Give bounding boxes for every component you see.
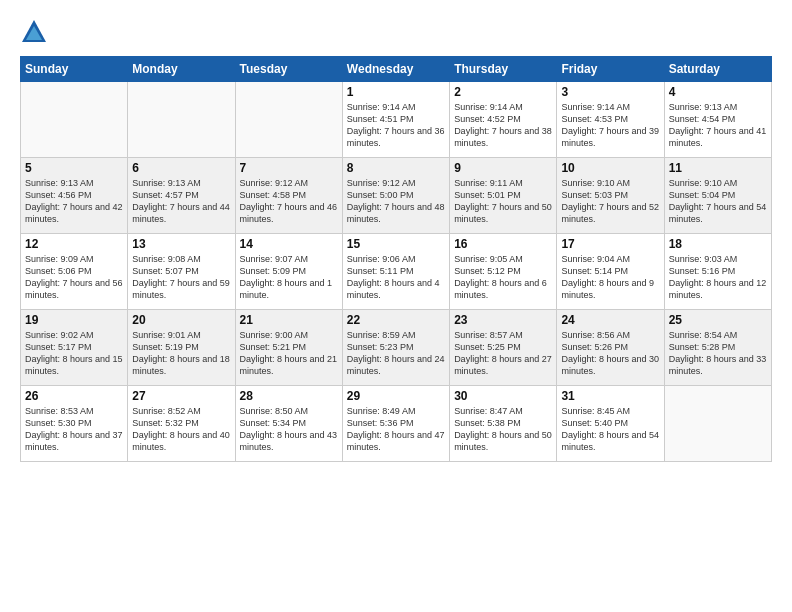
day-info: Sunrise: 9:09 AM Sunset: 5:06 PM Dayligh… bbox=[25, 253, 123, 302]
calendar-cell: 27Sunrise: 8:52 AM Sunset: 5:32 PM Dayli… bbox=[128, 386, 235, 462]
weekday-header-tuesday: Tuesday bbox=[235, 57, 342, 82]
logo-icon bbox=[20, 18, 48, 46]
day-number: 2 bbox=[454, 85, 552, 99]
day-number: 5 bbox=[25, 161, 123, 175]
day-number: 1 bbox=[347, 85, 445, 99]
calendar-cell bbox=[235, 82, 342, 158]
day-info: Sunrise: 8:45 AM Sunset: 5:40 PM Dayligh… bbox=[561, 405, 659, 454]
day-info: Sunrise: 8:54 AM Sunset: 5:28 PM Dayligh… bbox=[669, 329, 767, 378]
day-info: Sunrise: 8:57 AM Sunset: 5:25 PM Dayligh… bbox=[454, 329, 552, 378]
day-number: 23 bbox=[454, 313, 552, 327]
calendar-cell bbox=[128, 82, 235, 158]
day-info: Sunrise: 8:49 AM Sunset: 5:36 PM Dayligh… bbox=[347, 405, 445, 454]
calendar-cell: 17Sunrise: 9:04 AM Sunset: 5:14 PM Dayli… bbox=[557, 234, 664, 310]
calendar-cell: 19Sunrise: 9:02 AM Sunset: 5:17 PM Dayli… bbox=[21, 310, 128, 386]
day-info: Sunrise: 9:08 AM Sunset: 5:07 PM Dayligh… bbox=[132, 253, 230, 302]
calendar-cell: 26Sunrise: 8:53 AM Sunset: 5:30 PM Dayli… bbox=[21, 386, 128, 462]
week-row-4: 19Sunrise: 9:02 AM Sunset: 5:17 PM Dayli… bbox=[21, 310, 772, 386]
calendar-cell: 15Sunrise: 9:06 AM Sunset: 5:11 PM Dayli… bbox=[342, 234, 449, 310]
day-number: 10 bbox=[561, 161, 659, 175]
weekday-header-friday: Friday bbox=[557, 57, 664, 82]
day-number: 24 bbox=[561, 313, 659, 327]
day-number: 12 bbox=[25, 237, 123, 251]
calendar-cell: 21Sunrise: 9:00 AM Sunset: 5:21 PM Dayli… bbox=[235, 310, 342, 386]
day-number: 14 bbox=[240, 237, 338, 251]
calendar-cell: 23Sunrise: 8:57 AM Sunset: 5:25 PM Dayli… bbox=[450, 310, 557, 386]
day-number: 3 bbox=[561, 85, 659, 99]
day-info: Sunrise: 9:12 AM Sunset: 5:00 PM Dayligh… bbox=[347, 177, 445, 226]
day-number: 20 bbox=[132, 313, 230, 327]
day-info: Sunrise: 9:14 AM Sunset: 4:51 PM Dayligh… bbox=[347, 101, 445, 150]
calendar-cell: 1Sunrise: 9:14 AM Sunset: 4:51 PM Daylig… bbox=[342, 82, 449, 158]
day-number: 31 bbox=[561, 389, 659, 403]
day-info: Sunrise: 8:50 AM Sunset: 5:34 PM Dayligh… bbox=[240, 405, 338, 454]
day-number: 21 bbox=[240, 313, 338, 327]
day-info: Sunrise: 8:56 AM Sunset: 5:26 PM Dayligh… bbox=[561, 329, 659, 378]
calendar-cell: 30Sunrise: 8:47 AM Sunset: 5:38 PM Dayli… bbox=[450, 386, 557, 462]
calendar-cell bbox=[21, 82, 128, 158]
day-info: Sunrise: 9:07 AM Sunset: 5:09 PM Dayligh… bbox=[240, 253, 338, 302]
day-number: 9 bbox=[454, 161, 552, 175]
day-info: Sunrise: 9:13 AM Sunset: 4:54 PM Dayligh… bbox=[669, 101, 767, 150]
day-number: 29 bbox=[347, 389, 445, 403]
week-row-3: 12Sunrise: 9:09 AM Sunset: 5:06 PM Dayli… bbox=[21, 234, 772, 310]
weekday-header-row: SundayMondayTuesdayWednesdayThursdayFrid… bbox=[21, 57, 772, 82]
weekday-header-thursday: Thursday bbox=[450, 57, 557, 82]
day-number: 25 bbox=[669, 313, 767, 327]
day-info: Sunrise: 9:03 AM Sunset: 5:16 PM Dayligh… bbox=[669, 253, 767, 302]
weekday-header-sunday: Sunday bbox=[21, 57, 128, 82]
day-info: Sunrise: 8:53 AM Sunset: 5:30 PM Dayligh… bbox=[25, 405, 123, 454]
day-number: 4 bbox=[669, 85, 767, 99]
calendar-cell: 22Sunrise: 8:59 AM Sunset: 5:23 PM Dayli… bbox=[342, 310, 449, 386]
calendar: SundayMondayTuesdayWednesdayThursdayFrid… bbox=[20, 56, 772, 462]
calendar-cell: 12Sunrise: 9:09 AM Sunset: 5:06 PM Dayli… bbox=[21, 234, 128, 310]
day-info: Sunrise: 8:52 AM Sunset: 5:32 PM Dayligh… bbox=[132, 405, 230, 454]
logo bbox=[20, 18, 52, 46]
day-info: Sunrise: 9:14 AM Sunset: 4:53 PM Dayligh… bbox=[561, 101, 659, 150]
day-info: Sunrise: 9:02 AM Sunset: 5:17 PM Dayligh… bbox=[25, 329, 123, 378]
day-number: 18 bbox=[669, 237, 767, 251]
day-info: Sunrise: 9:01 AM Sunset: 5:19 PM Dayligh… bbox=[132, 329, 230, 378]
day-number: 26 bbox=[25, 389, 123, 403]
day-info: Sunrise: 9:10 AM Sunset: 5:04 PM Dayligh… bbox=[669, 177, 767, 226]
day-info: Sunrise: 9:04 AM Sunset: 5:14 PM Dayligh… bbox=[561, 253, 659, 302]
calendar-cell: 25Sunrise: 8:54 AM Sunset: 5:28 PM Dayli… bbox=[664, 310, 771, 386]
weekday-header-wednesday: Wednesday bbox=[342, 57, 449, 82]
day-number: 30 bbox=[454, 389, 552, 403]
day-info: Sunrise: 9:10 AM Sunset: 5:03 PM Dayligh… bbox=[561, 177, 659, 226]
calendar-cell: 29Sunrise: 8:49 AM Sunset: 5:36 PM Dayli… bbox=[342, 386, 449, 462]
day-info: Sunrise: 9:05 AM Sunset: 5:12 PM Dayligh… bbox=[454, 253, 552, 302]
calendar-cell: 31Sunrise: 8:45 AM Sunset: 5:40 PM Dayli… bbox=[557, 386, 664, 462]
calendar-cell: 3Sunrise: 9:14 AM Sunset: 4:53 PM Daylig… bbox=[557, 82, 664, 158]
calendar-cell bbox=[664, 386, 771, 462]
day-info: Sunrise: 9:12 AM Sunset: 4:58 PM Dayligh… bbox=[240, 177, 338, 226]
day-info: Sunrise: 9:00 AM Sunset: 5:21 PM Dayligh… bbox=[240, 329, 338, 378]
day-info: Sunrise: 9:13 AM Sunset: 4:57 PM Dayligh… bbox=[132, 177, 230, 226]
day-info: Sunrise: 9:13 AM Sunset: 4:56 PM Dayligh… bbox=[25, 177, 123, 226]
day-number: 8 bbox=[347, 161, 445, 175]
day-number: 13 bbox=[132, 237, 230, 251]
calendar-cell: 20Sunrise: 9:01 AM Sunset: 5:19 PM Dayli… bbox=[128, 310, 235, 386]
day-number: 28 bbox=[240, 389, 338, 403]
day-number: 27 bbox=[132, 389, 230, 403]
day-info: Sunrise: 9:14 AM Sunset: 4:52 PM Dayligh… bbox=[454, 101, 552, 150]
calendar-cell: 28Sunrise: 8:50 AM Sunset: 5:34 PM Dayli… bbox=[235, 386, 342, 462]
calendar-cell: 6Sunrise: 9:13 AM Sunset: 4:57 PM Daylig… bbox=[128, 158, 235, 234]
day-number: 11 bbox=[669, 161, 767, 175]
week-row-5: 26Sunrise: 8:53 AM Sunset: 5:30 PM Dayli… bbox=[21, 386, 772, 462]
calendar-cell: 11Sunrise: 9:10 AM Sunset: 5:04 PM Dayli… bbox=[664, 158, 771, 234]
weekday-header-saturday: Saturday bbox=[664, 57, 771, 82]
calendar-cell: 9Sunrise: 9:11 AM Sunset: 5:01 PM Daylig… bbox=[450, 158, 557, 234]
calendar-cell: 14Sunrise: 9:07 AM Sunset: 5:09 PM Dayli… bbox=[235, 234, 342, 310]
day-info: Sunrise: 8:59 AM Sunset: 5:23 PM Dayligh… bbox=[347, 329, 445, 378]
page: SundayMondayTuesdayWednesdayThursdayFrid… bbox=[0, 0, 792, 612]
day-number: 7 bbox=[240, 161, 338, 175]
calendar-cell: 2Sunrise: 9:14 AM Sunset: 4:52 PM Daylig… bbox=[450, 82, 557, 158]
calendar-cell: 8Sunrise: 9:12 AM Sunset: 5:00 PM Daylig… bbox=[342, 158, 449, 234]
week-row-2: 5Sunrise: 9:13 AM Sunset: 4:56 PM Daylig… bbox=[21, 158, 772, 234]
day-info: Sunrise: 9:11 AM Sunset: 5:01 PM Dayligh… bbox=[454, 177, 552, 226]
day-number: 17 bbox=[561, 237, 659, 251]
calendar-cell: 18Sunrise: 9:03 AM Sunset: 5:16 PM Dayli… bbox=[664, 234, 771, 310]
day-number: 16 bbox=[454, 237, 552, 251]
calendar-cell: 4Sunrise: 9:13 AM Sunset: 4:54 PM Daylig… bbox=[664, 82, 771, 158]
